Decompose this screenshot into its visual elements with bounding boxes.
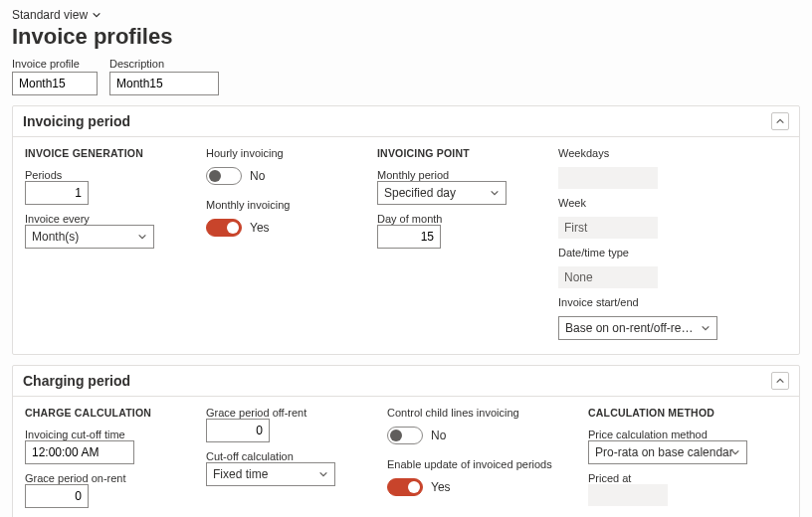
- day-of-month-input[interactable]: [377, 225, 441, 249]
- grace-on-input[interactable]: [25, 484, 89, 508]
- monthly-invoicing-toggle[interactable]: [206, 219, 242, 237]
- invoice-start-end-value: Base on on-rent/off-rent dat…: [565, 321, 695, 335]
- chevron-down-icon: [92, 10, 102, 20]
- weekdays-value: [558, 167, 658, 189]
- view-selector-label: Standard view: [12, 8, 88, 22]
- invoice-profile-input[interactable]: [12, 72, 98, 95]
- chevron-down-icon: [318, 469, 328, 479]
- view-selector[interactable]: Standard view: [12, 8, 800, 22]
- cutoff-calc-label: Cut-off calculation: [206, 450, 355, 462]
- invoice-start-end-select[interactable]: Base on on-rent/off-rent dat…: [558, 316, 717, 340]
- update-invoiced-state: Yes: [431, 480, 451, 494]
- hourly-invoicing-label: Hourly invoicing: [206, 147, 345, 159]
- monthly-invoicing-state: Yes: [250, 221, 270, 235]
- hourly-invoicing-state: No: [250, 169, 265, 183]
- chevron-up-icon: [775, 116, 785, 126]
- grace-on-label: Grace period on-rent: [25, 472, 174, 484]
- monthly-period-value: Specified day: [384, 186, 456, 200]
- control-child-state: No: [431, 429, 446, 442]
- page-title: Invoice profiles: [12, 24, 800, 50]
- invoice-generation-heading: INVOICE GENERATION: [25, 147, 174, 159]
- charge-calculation-heading: CHARGE CALCULATION: [25, 407, 174, 419]
- section-invoicing-period: Invoicing period INVOICE GENERATION Peri…: [12, 105, 800, 355]
- update-invoiced-label: Enable update of invoiced periods: [387, 458, 556, 470]
- collapse-button[interactable]: [771, 112, 789, 130]
- cutoff-calc-select[interactable]: Fixed time: [206, 462, 335, 486]
- price-calc-select[interactable]: Pro-rata on base calendar: [588, 440, 747, 464]
- invoice-every-value: Month(s): [32, 230, 79, 244]
- invoice-every-select[interactable]: Month(s): [25, 225, 154, 249]
- invoicing-point-heading: INVOICING POINT: [377, 147, 526, 159]
- control-child-toggle[interactable]: [387, 427, 423, 444]
- cutoff-time-input[interactable]: [25, 440, 134, 464]
- price-calc-label: Price calculation method: [588, 429, 757, 440]
- chevron-down-icon: [137, 232, 147, 242]
- price-calc-value: Pro-rata on base calendar: [595, 445, 733, 459]
- invoice-every-label: Invoice every: [25, 213, 174, 225]
- chevron-down-icon: [490, 188, 500, 198]
- periods-label: Periods: [25, 169, 174, 181]
- periods-input[interactable]: [25, 181, 89, 205]
- section-charging-period: Charging period CHARGE CALCULATION Invoi…: [12, 365, 800, 517]
- monthly-invoicing-label: Monthly invoicing: [206, 199, 345, 211]
- chevron-down-icon: [701, 323, 710, 333]
- description-input[interactable]: [109, 72, 219, 95]
- date-time-type-value: None: [558, 266, 658, 288]
- section-title-invoicing: Invoicing period: [23, 113, 130, 129]
- update-invoiced-toggle[interactable]: [387, 478, 423, 496]
- section-title-charging: Charging period: [23, 373, 130, 389]
- calculation-method-heading: CALCULATION METHOD: [588, 407, 757, 419]
- monthly-period-label: Monthly period: [377, 169, 526, 181]
- week-label: Week: [558, 197, 727, 209]
- hourly-invoicing-toggle[interactable]: [206, 167, 242, 185]
- monthly-period-select[interactable]: Specified day: [377, 181, 507, 205]
- priced-at-value: [588, 484, 668, 506]
- priced-at-label: Priced at: [588, 472, 757, 484]
- grace-off-input[interactable]: [206, 419, 270, 442]
- day-of-month-label: Day of month: [377, 213, 526, 225]
- invoice-profile-label: Invoice profile: [12, 58, 98, 70]
- collapse-button[interactable]: [771, 372, 789, 390]
- grace-off-label: Grace period off-rent: [206, 407, 355, 419]
- chevron-up-icon: [775, 376, 785, 386]
- invoice-start-end-label: Invoice start/end: [558, 296, 727, 308]
- weekdays-label: Weekdays: [558, 147, 727, 159]
- date-time-type-label: Date/time type: [558, 247, 727, 258]
- description-label: Description: [109, 58, 219, 70]
- cutoff-time-label: Invoicing cut-off time: [25, 429, 174, 440]
- week-value: First: [558, 217, 658, 239]
- cutoff-calc-value: Fixed time: [213, 467, 268, 481]
- control-child-label: Control child lines invoicing: [387, 407, 556, 419]
